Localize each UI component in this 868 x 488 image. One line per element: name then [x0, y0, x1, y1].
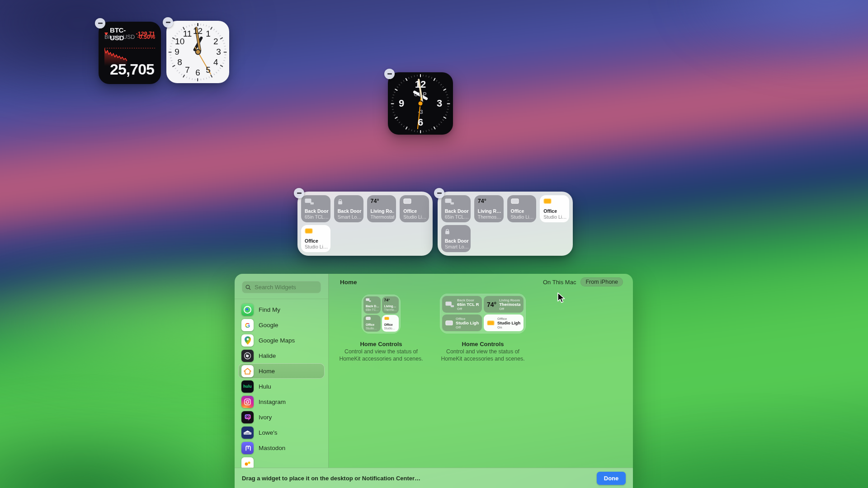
app-label: Mastodon [259, 445, 285, 451]
gallery-sidebar: Find MyGGoogleGoogle MapsHalideHomehuluH… [235, 274, 329, 468]
sidebar-item-find-my[interactable]: Find My [238, 302, 325, 317]
preview-accessory-tile: 74°Living RoomThermostatOff [484, 296, 524, 313]
tv-icon [445, 301, 454, 307]
light-on-icon [543, 198, 552, 204]
temperature-value: 74° [384, 298, 390, 302]
lock-icon [338, 198, 343, 205]
home-accessory-tile[interactable]: Back Door65in TCL… [441, 195, 471, 222]
clock-number: 6 [195, 68, 200, 78]
remove-widget-button[interactable] [384, 69, 395, 79]
widget-preview-small[interactable]: Back D…65in TC…74°Living…Thermo…OfficeSt… [334, 292, 429, 362]
partial-app-icon [241, 457, 254, 468]
app-label: Halide [259, 352, 276, 359]
home-controls-medium-preview[interactable]: Back Door65in TCL Rok…Off74°Living RoomT… [440, 294, 526, 333]
tv-icon [366, 298, 371, 302]
clock-number: 11 [183, 29, 192, 39]
sidebar-item-halide[interactable]: Halide [238, 348, 325, 363]
widget-stocks-btc[interactable]: BTC-USD -129.71 Bitcoin USD -0.50% 25,70… [99, 22, 161, 84]
sidebar-item-mastodon[interactable]: Mastodon [238, 440, 325, 455]
preview-accessory-tile: OfficeStudio Light 2On [484, 314, 524, 331]
light-on-icon [487, 320, 495, 326]
app-list: Find MyGGoogleGoogle MapsHalideHomehuluH… [235, 299, 328, 468]
light-on-icon [384, 317, 389, 320]
home-controls-small-preview[interactable]: Back D…65in TC…74°Living…Thermo…OfficeSt… [362, 295, 401, 333]
temperature-value: 74° [487, 301, 496, 308]
remove-widget-button[interactable] [434, 188, 444, 198]
svg-text:LOWE'S: LOWE'S [244, 432, 251, 434]
sidebar-item-google-maps[interactable]: Google Maps [238, 333, 325, 348]
widget-analog-clock[interactable]: 121234567891011 [166, 21, 229, 83]
clock-center-cap [195, 49, 201, 55]
tv-icon [445, 198, 454, 205]
section-title: Home [340, 279, 357, 286]
home-accessory-tile[interactable]: 74°Living Ro…Thermostat [367, 195, 396, 222]
lock-icon [445, 228, 450, 235]
home-accessory-tile[interactable]: Back DoorSmart Lo… [441, 225, 471, 252]
home-accessory-tile[interactable]: Back DoorSmart Lo… [334, 195, 363, 222]
source-on-this-mac[interactable]: On This Mac [543, 279, 576, 286]
widget-preview-medium[interactable]: Back Door65in TCL Rok…Off74°Living RoomT… [435, 292, 530, 362]
light-icon [511, 198, 519, 204]
preview-description: Control and view the status of HomeKit a… [435, 348, 530, 362]
preview-title: Home Controls [462, 341, 504, 347]
remove-widget-button[interactable] [95, 18, 105, 28]
app-label: Hulu [259, 383, 271, 390]
home-accessory-tile[interactable]: 74°Living R…Thermos… [474, 195, 504, 222]
light-icon [445, 320, 453, 326]
app-label: Instagram [259, 399, 286, 405]
clock-number: 1 [206, 29, 211, 39]
source-from-iphone[interactable]: From iPhone [580, 277, 623, 286]
preview-accessory-tile: OfficeStudio… [382, 315, 399, 332]
sidebar-item-partial[interactable] [238, 455, 325, 468]
google-app-icon: G [241, 319, 254, 331]
temperature-value: 74° [478, 198, 486, 204]
sidebar-item-ivory[interactable]: Ivory [238, 409, 325, 425]
clock-number: 9 [175, 47, 179, 57]
sidebar-item-home[interactable]: Home [238, 363, 325, 379]
clock-number: 12 [415, 79, 426, 90]
app-label: Home [259, 368, 275, 375]
remove-widget-button[interactable] [294, 188, 304, 198]
gallery-main: Home On This Mac From iPhone Back D…65in… [328, 274, 633, 468]
home-accessory-tile[interactable]: OfficeStudio Li… [400, 195, 429, 222]
clock-number: 9 [399, 98, 404, 109]
clock-number: 6 [418, 117, 423, 128]
clock-number: 8 [177, 57, 182, 67]
search-widgets-field[interactable] [242, 281, 321, 293]
widget-home-controls-1[interactable]: Back Door65in TCL…Back DoorSmart Lo…74°L… [297, 192, 433, 256]
search-input[interactable] [254, 283, 317, 291]
stock-price: 25,705 [110, 61, 154, 78]
app-label: Find My [259, 306, 280, 313]
sidebar-item-lowe-s[interactable]: LOWE'SLowe's [238, 425, 325, 440]
app-label: Lowe's [259, 429, 278, 436]
light-icon [403, 198, 411, 204]
home-accessory-tile[interactable]: Back Door65in TCL… [301, 195, 330, 222]
widget-source-toggle: On This Mac From iPhone [543, 277, 623, 286]
clock-number: 7 [185, 65, 190, 75]
home-app-icon [241, 365, 254, 377]
gmaps-app-icon [241, 334, 254, 347]
sidebar-item-google[interactable]: GGoogle [238, 317, 325, 333]
home-accessory-tile[interactable]: OfficeStudio Li… [301, 225, 330, 252]
remove-widget-button[interactable] [163, 17, 173, 28]
search-icon [245, 285, 251, 290]
sidebar-item-hulu[interactable]: huluHulu [238, 379, 325, 394]
home-accessory-tile[interactable]: OfficeStudio Li… [540, 195, 569, 222]
drag-hint-text: Drag a widget to place it on the desktop… [242, 475, 597, 482]
mastodon-app-icon [241, 442, 254, 454]
sidebar-item-instagram[interactable]: Instagram [238, 394, 325, 409]
home-accessory-tile[interactable]: OfficeStudio Li… [507, 195, 537, 222]
widget-world-clock[interactable]: CUP -3 12369 [388, 72, 453, 135]
app-label: Ivory [259, 414, 272, 421]
clock-face: CUP -3 12369 [388, 72, 453, 135]
temperature-value: 74° [371, 198, 379, 204]
clock-number: 3 [437, 98, 442, 109]
preview-accessory-tile: OfficeStudio Light 1Off [442, 314, 482, 331]
clock-number: 5 [206, 65, 211, 75]
widget-home-controls-2[interactable]: Back Door65in TCL…74°Living R…Thermos…Of… [438, 192, 573, 256]
accessory-tile-grid: Back Door65in TCL…74°Living R…Thermos…Of… [441, 195, 569, 252]
done-button[interactable]: Done [597, 472, 626, 485]
preview-accessory-tile: OfficeStudio… [363, 315, 381, 332]
clock-number: 12 [193, 26, 203, 36]
instagram-app-icon [241, 396, 254, 408]
